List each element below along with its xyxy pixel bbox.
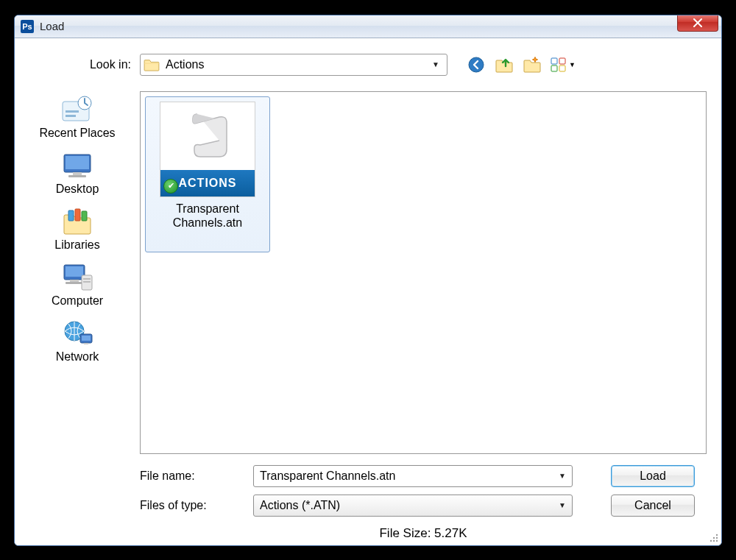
new-folder-button[interactable] [523, 56, 542, 74]
libraries-icon [60, 206, 95, 237]
load-button[interactable]: Load [611, 465, 695, 487]
load-dialog: Ps Load Look in: Actions ▼ [14, 15, 722, 546]
svg-point-27 [716, 534, 718, 535]
app-icon: Ps [21, 20, 34, 33]
place-label: Computer [52, 294, 103, 308]
svg-point-28 [713, 536, 715, 538]
dropdown-arrow-icon: ▼ [559, 472, 566, 480]
filetype-value: Actions (*.ATN) [260, 499, 559, 512]
checkmark-icon: ✔ [163, 179, 178, 194]
filetype-row: Files of type: Actions (*.ATN) ▼ Cancel [140, 491, 707, 520]
close-icon [693, 18, 703, 27]
body: Recent Places Desktop [15, 91, 721, 545]
svg-rect-21 [83, 278, 91, 280]
svg-rect-25 [82, 336, 91, 341]
file-item[interactable]: ACTIONS ✔ Transparent Channels.atn [145, 96, 270, 252]
filename-value: Transparent Channels.atn [260, 469, 559, 483]
place-computer[interactable]: Computer [52, 262, 103, 308]
svg-rect-4 [559, 65, 565, 71]
svg-rect-2 [559, 58, 565, 64]
svg-rect-22 [83, 281, 91, 283]
svg-point-30 [710, 539, 712, 541]
place-label: Desktop [56, 182, 99, 196]
svg-rect-19 [66, 282, 83, 284]
file-label: Transparent Channels.atn [149, 202, 266, 230]
places-bar: Recent Places Desktop [15, 91, 140, 545]
lookin-row: Look in: Actions ▼ [15, 38, 721, 91]
place-label: Network [56, 350, 99, 364]
svg-rect-14 [75, 209, 80, 221]
close-button[interactable] [677, 15, 718, 32]
file-area: ACTIONS ✔ Transparent Channels.atn File … [140, 91, 707, 545]
filename-label: File name: [140, 469, 253, 483]
lookin-value: Actions [166, 58, 432, 71]
toolbar: ▼ [467, 56, 576, 74]
lookin-label: Look in: [29, 58, 140, 71]
back-icon [468, 57, 484, 73]
place-recent[interactable]: Recent Places [39, 94, 115, 140]
filename-row: File name: Transparent Channels.atn ▼ Lo… [140, 461, 707, 491]
svg-rect-7 [66, 110, 79, 113]
svg-rect-10 [66, 156, 89, 169]
svg-rect-12 [68, 175, 86, 177]
file-thumbnail: ACTIONS ✔ [160, 102, 255, 197]
dropdown-arrow-icon: ▼ [569, 61, 576, 68]
file-listing[interactable]: ACTIONS ✔ Transparent Channels.atn [140, 91, 707, 454]
svg-point-32 [716, 539, 718, 541]
svg-point-29 [716, 536, 718, 538]
network-icon [60, 318, 95, 349]
svg-point-31 [713, 539, 715, 541]
action-scroll-icon [190, 111, 231, 161]
svg-rect-3 [551, 65, 557, 71]
cancel-button[interactable]: Cancel [611, 495, 695, 517]
svg-rect-1 [551, 58, 557, 64]
dropdown-arrow-icon: ▼ [432, 60, 439, 68]
status-text: File Size: 5.27K [140, 520, 707, 545]
resize-grip-icon [708, 532, 720, 544]
titlebar: Ps Load [15, 15, 721, 38]
filetype-label: Files of type: [140, 499, 253, 512]
recent-places-icon [60, 94, 95, 125]
up-folder-icon [495, 57, 513, 73]
up-one-level-button[interactable] [495, 56, 514, 74]
view-menu-icon [551, 57, 567, 72]
svg-rect-15 [82, 211, 87, 221]
client-area: Look in: Actions ▼ [15, 38, 721, 545]
svg-rect-8 [66, 115, 76, 117]
new-folder-icon [523, 57, 541, 73]
place-desktop[interactable]: Desktop [56, 150, 99, 196]
filename-combo[interactable]: Transparent Channels.atn ▼ [253, 465, 573, 487]
back-button[interactable] [467, 56, 486, 74]
resize-grip[interactable] [708, 532, 720, 544]
view-menu-button[interactable]: ▼ [551, 56, 576, 74]
svg-rect-13 [68, 210, 74, 221]
desktop-icon [60, 150, 95, 181]
window-title: Load [40, 20, 64, 32]
svg-rect-17 [66, 266, 83, 277]
place-label: Libraries [54, 238, 99, 252]
folder-icon [144, 58, 160, 71]
place-libraries[interactable]: Libraries [54, 206, 99, 252]
svg-rect-11 [73, 172, 82, 175]
bottom-controls: File name: Transparent Channels.atn ▼ Lo… [140, 454, 707, 520]
dropdown-arrow-icon: ▼ [559, 501, 566, 509]
app-icon-label: Ps [22, 22, 32, 31]
place-label: Recent Places [39, 127, 115, 140]
lookin-combo[interactable]: Actions ▼ [140, 54, 447, 76]
svg-point-0 [469, 57, 484, 72]
svg-rect-26 [84, 343, 88, 344]
place-network[interactable]: Network [56, 318, 99, 364]
computer-icon [60, 262, 95, 293]
filetype-combo[interactable]: Actions (*.ATN) ▼ [253, 495, 573, 517]
svg-rect-18 [70, 280, 79, 282]
